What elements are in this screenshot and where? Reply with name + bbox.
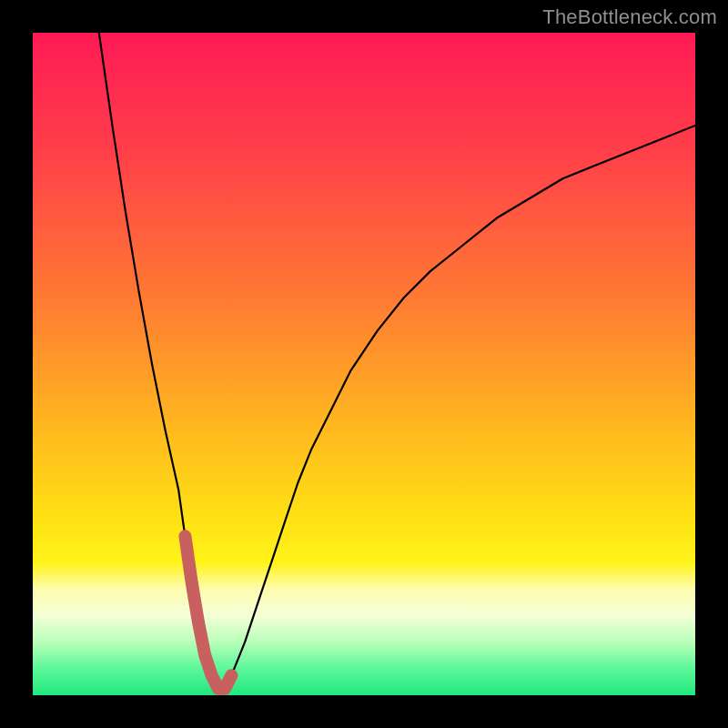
bottleneck-curve — [33, 33, 695, 695]
outer-frame: TheBottleneck.com — [0, 0, 728, 728]
watermark-text: TheBottleneck.com — [542, 5, 717, 29]
plot-area — [33, 33, 695, 695]
